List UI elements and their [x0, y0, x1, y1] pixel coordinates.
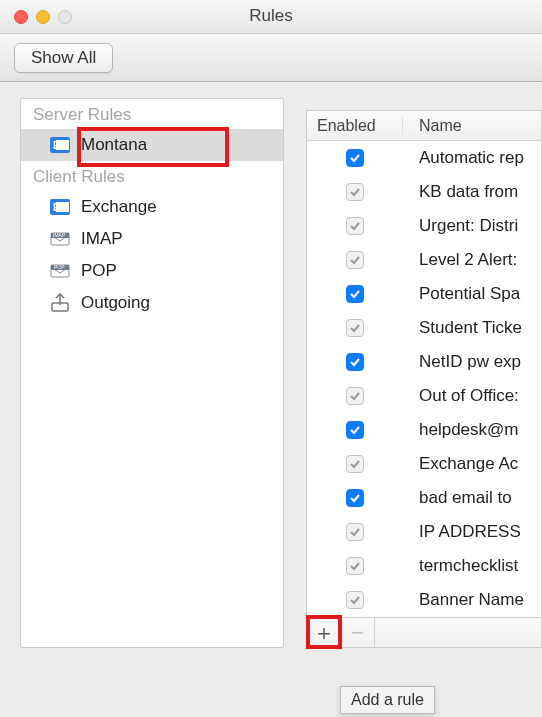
table-row[interactable]: Out of Office: [307, 379, 541, 413]
rule-enabled-cell [307, 285, 403, 303]
rules-table: Enabled Name Automatic repKB data fromUr… [306, 110, 542, 648]
enabled-checkbox[interactable] [346, 285, 364, 303]
rule-enabled-cell [307, 489, 403, 507]
sidebar-section-server: Server Rules [21, 99, 283, 129]
rule-name-cell: Out of Office: [403, 386, 541, 406]
rule-name-cell: Potential Spa [403, 284, 541, 304]
enabled-checkbox[interactable] [346, 183, 364, 201]
content-area: Server Rules E Montana Client Rules E Ex… [0, 82, 542, 717]
sidebar-item-label: IMAP [81, 229, 123, 249]
enabled-checkbox[interactable] [346, 523, 364, 541]
svg-text:IMAP: IMAP [53, 232, 66, 238]
show-all-button[interactable]: Show All [14, 43, 113, 73]
table-row[interactable]: Level 2 Alert: [307, 243, 541, 277]
pop-icon: POP [49, 260, 71, 282]
table-row[interactable]: KB data from [307, 175, 541, 209]
rule-name-cell: Student Ticke [403, 318, 541, 338]
rule-name-cell: NetID pw exp [403, 352, 541, 372]
column-name[interactable]: Name [403, 117, 541, 135]
remove-rule-button[interactable]: − [341, 618, 375, 647]
rule-enabled-cell [307, 591, 403, 609]
rule-enabled-cell [307, 251, 403, 269]
enabled-checkbox[interactable] [346, 217, 364, 235]
exchange-icon: E [49, 196, 71, 218]
enabled-checkbox[interactable] [346, 149, 364, 167]
rule-name-cell: termchecklist [403, 556, 541, 576]
traffic-lights [14, 10, 72, 24]
table-row[interactable]: bad email to [307, 481, 541, 515]
rule-name-cell: Level 2 Alert: [403, 250, 541, 270]
sidebar-item-imap[interactable]: IMAP IMAP [21, 223, 283, 255]
exchange-icon: E [49, 134, 71, 156]
rule-name-cell: Urgent: Distri [403, 216, 541, 236]
rule-enabled-cell [307, 217, 403, 235]
column-enabled[interactable]: Enabled [307, 117, 403, 135]
table-row[interactable]: Urgent: Distri [307, 209, 541, 243]
rule-enabled-cell [307, 557, 403, 575]
svg-text:POP: POP [54, 264, 65, 270]
window-titlebar: Rules [0, 0, 542, 34]
add-rule-tooltip: Add a rule [340, 686, 435, 714]
imap-icon: IMAP [49, 228, 71, 250]
svg-text:E: E [53, 140, 60, 151]
enabled-checkbox[interactable] [346, 421, 364, 439]
enabled-checkbox[interactable] [346, 319, 364, 337]
enabled-checkbox[interactable] [346, 455, 364, 473]
window-title: Rules [231, 6, 311, 26]
sidebar-section-client: Client Rules [21, 161, 283, 191]
enabled-checkbox[interactable] [346, 387, 364, 405]
toolbar: Show All [0, 34, 542, 82]
minus-icon: − [351, 620, 364, 646]
rule-enabled-cell [307, 149, 403, 167]
enabled-checkbox[interactable] [346, 591, 364, 609]
table-row[interactable]: Exchange Ac [307, 447, 541, 481]
table-row[interactable]: Student Ticke [307, 311, 541, 345]
rules-sidebar: Server Rules E Montana Client Rules E Ex… [20, 98, 284, 648]
outgoing-icon [49, 292, 71, 314]
table-row[interactable]: helpdesk@m [307, 413, 541, 447]
rule-name-cell: IP ADDRESS [403, 522, 541, 542]
sidebar-item-montana[interactable]: E Montana [21, 129, 283, 161]
minimize-window-button[interactable] [36, 10, 50, 24]
sidebar-item-label: Outgoing [81, 293, 150, 313]
enabled-checkbox[interactable] [346, 489, 364, 507]
add-rule-button[interactable]: ＋ [307, 618, 341, 647]
rule-enabled-cell [307, 353, 403, 371]
rule-name-cell: Banner Name [403, 590, 541, 610]
table-row[interactable]: Automatic rep [307, 141, 541, 175]
rule-enabled-cell [307, 183, 403, 201]
rule-name-cell: helpdesk@m [403, 420, 541, 440]
zoom-window-button[interactable] [58, 10, 72, 24]
sidebar-item-label: POP [81, 261, 117, 281]
table-body: Automatic repKB data fromUrgent: DistriL… [307, 141, 541, 617]
enabled-checkbox[interactable] [346, 557, 364, 575]
rule-enabled-cell [307, 421, 403, 439]
rule-name-cell: Automatic rep [403, 148, 541, 168]
rule-name-cell: KB data from [403, 182, 541, 202]
enabled-checkbox[interactable] [346, 251, 364, 269]
sidebar-item-outgoing[interactable]: Outgoing [21, 287, 283, 319]
table-row[interactable]: NetID pw exp [307, 345, 541, 379]
svg-text:E: E [53, 202, 60, 213]
plus-icon: ＋ [313, 618, 335, 648]
close-window-button[interactable] [14, 10, 28, 24]
rule-enabled-cell [307, 455, 403, 473]
sidebar-item-pop[interactable]: POP POP [21, 255, 283, 287]
table-row[interactable]: IP ADDRESS [307, 515, 541, 549]
table-row[interactable]: termchecklist [307, 549, 541, 583]
sidebar-item-exchange[interactable]: E Exchange [21, 191, 283, 223]
rule-name-cell: Exchange Ac [403, 454, 541, 474]
rule-enabled-cell [307, 387, 403, 405]
table-footer: ＋ − [307, 617, 541, 647]
rules-panel: Double-click to edit a ru Enabled Name A… [284, 98, 542, 648]
rule-name-cell: bad email to [403, 488, 541, 508]
table-row[interactable]: Banner Name [307, 583, 541, 617]
enabled-checkbox[interactable] [346, 353, 364, 371]
rule-enabled-cell [307, 523, 403, 541]
sidebar-item-label: Exchange [81, 197, 157, 217]
rule-enabled-cell [307, 319, 403, 337]
table-row[interactable]: Potential Spa [307, 277, 541, 311]
table-header: Enabled Name [307, 111, 541, 141]
sidebar-item-label: Montana [81, 135, 147, 155]
